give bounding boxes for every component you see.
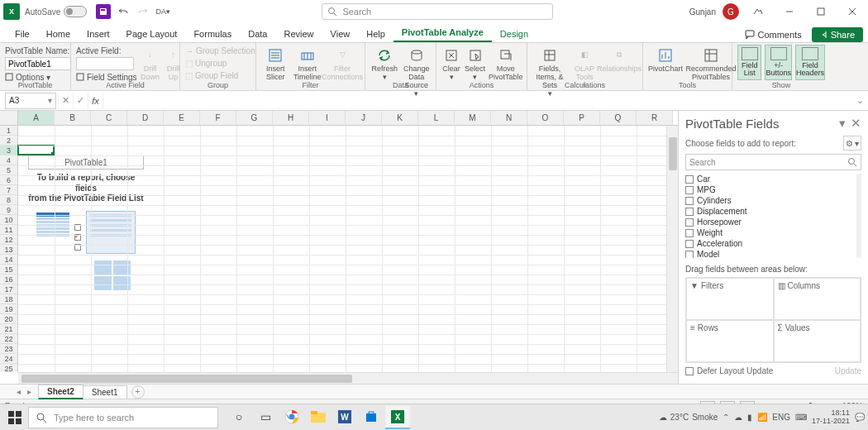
rows-area[interactable]: ≡Rows bbox=[686, 320, 774, 362]
checkbox-icon[interactable] bbox=[685, 240, 694, 248]
tab-data[interactable]: Data bbox=[240, 26, 275, 42]
row-header[interactable]: 19 bbox=[0, 304, 17, 314]
pivotchart-button[interactable]: PivotChart bbox=[648, 45, 683, 74]
checkbox-icon[interactable] bbox=[685, 229, 694, 237]
row-header[interactable]: 6 bbox=[0, 175, 17, 185]
row-header[interactable]: 25 bbox=[0, 364, 17, 372]
row-header[interactable]: 4 bbox=[0, 155, 17, 165]
field-item[interactable]: Car bbox=[685, 174, 856, 184]
field-item[interactable]: Cylinders bbox=[685, 195, 856, 206]
gear-icon[interactable]: ⚙ ▾ bbox=[843, 136, 861, 150]
excel-taskbar-icon[interactable]: X bbox=[385, 406, 410, 429]
close-button[interactable] bbox=[840, 0, 865, 23]
field-item[interactable]: Acceleration bbox=[685, 238, 856, 249]
col-header[interactable]: N bbox=[491, 111, 527, 125]
ime-icon[interactable]: ⌨ bbox=[795, 413, 807, 422]
word-icon[interactable]: W bbox=[332, 406, 357, 429]
field-item[interactable]: Displacement bbox=[685, 206, 856, 217]
expand-formula-bar[interactable]: ⌄ bbox=[851, 95, 868, 106]
share-button[interactable]: Share bbox=[812, 27, 863, 42]
row-header[interactable]: 11 bbox=[0, 225, 17, 235]
col-header[interactable]: E bbox=[164, 111, 200, 125]
tab-help[interactable]: Help bbox=[358, 26, 393, 42]
checkbox-icon[interactable] bbox=[685, 218, 694, 227]
qat-customize[interactable]: DA ▾ bbox=[154, 2, 172, 21]
field-headers-toggle[interactable]: Field Headers bbox=[795, 45, 825, 80]
avatar[interactable]: G bbox=[723, 3, 739, 20]
sheet-tab-active[interactable]: Sheet2 bbox=[38, 385, 83, 399]
fields-search-input[interactable]: Search bbox=[685, 154, 861, 170]
col-header[interactable]: Q bbox=[600, 111, 637, 125]
tab-insert[interactable]: Insert bbox=[79, 26, 118, 42]
field-list-toggle[interactable]: Field List bbox=[737, 45, 761, 80]
row-header[interactable]: 9 bbox=[0, 205, 17, 215]
start-button[interactable] bbox=[3, 406, 26, 429]
undo-button[interactable] bbox=[114, 2, 132, 21]
change-data-source-button[interactable]: Change Data Source ▾ bbox=[403, 45, 432, 98]
search-input[interactable]: Search bbox=[322, 3, 553, 20]
active-field-input[interactable] bbox=[76, 57, 134, 70]
columns-area[interactable]: ▥Columns bbox=[774, 278, 861, 320]
fields-items-sets-button[interactable]: Fields, Items, & Sets ▾ bbox=[532, 45, 567, 98]
field-item[interactable]: Model bbox=[685, 249, 856, 258]
pt-name-input[interactable] bbox=[5, 57, 71, 70]
horizontal-scrollbar[interactable] bbox=[18, 372, 678, 384]
row-header[interactable]: 16 bbox=[0, 275, 17, 284]
row-header[interactable]: 7 bbox=[0, 185, 17, 195]
pane-close-icon[interactable]: ✕ bbox=[851, 116, 861, 131]
save-button[interactable] bbox=[94, 2, 112, 21]
row-header[interactable]: 8 bbox=[0, 195, 17, 205]
sheet-tab[interactable]: Sheet1 bbox=[83, 385, 127, 399]
taskbar-search[interactable]: Type here to search bbox=[28, 407, 218, 428]
col-header[interactable]: C bbox=[91, 111, 127, 125]
row-header[interactable]: 18 bbox=[0, 294, 17, 304]
tab-home[interactable]: Home bbox=[38, 26, 79, 42]
select-all-corner[interactable] bbox=[0, 111, 18, 125]
defer-checkbox[interactable] bbox=[685, 367, 694, 375]
row-header[interactable]: 24 bbox=[0, 354, 17, 364]
row-header[interactable]: 1 bbox=[0, 126, 17, 136]
autosave-toggle[interactable] bbox=[64, 6, 87, 17]
chrome-icon[interactable] bbox=[279, 406, 304, 429]
wifi-icon[interactable]: 📶 bbox=[757, 413, 767, 422]
col-header[interactable]: H bbox=[273, 111, 309, 125]
checkbox-icon[interactable] bbox=[685, 175, 694, 184]
col-header[interactable]: D bbox=[127, 111, 164, 125]
battery-icon[interactable]: ▮ bbox=[747, 413, 752, 422]
insert-timeline-button[interactable]: Insert Timeline bbox=[293, 45, 322, 82]
recommended-pivottables-button[interactable]: Recommended PivotTables bbox=[686, 45, 736, 82]
cortana-icon[interactable]: ○ bbox=[227, 406, 251, 429]
tab-design[interactable]: Design bbox=[492, 26, 537, 42]
row-header[interactable]: 5 bbox=[0, 165, 17, 175]
select-button[interactable]: Select ▾ bbox=[465, 45, 485, 82]
tab-pivottable-analyze[interactable]: PivotTable Analyze bbox=[393, 24, 492, 42]
row-header[interactable]: 20 bbox=[0, 314, 17, 324]
checkbox-icon[interactable] bbox=[685, 186, 694, 194]
clear-button[interactable]: Clear ▾ bbox=[441, 45, 461, 82]
row-header[interactable]: 10 bbox=[0, 215, 17, 225]
col-header[interactable]: F bbox=[200, 111, 236, 125]
filters-area[interactable]: ▼Filters bbox=[686, 278, 774, 320]
sheet-nav-prev[interactable]: ◂ bbox=[17, 387, 21, 396]
weather-widget[interactable]: ☁ 23°C Smoke bbox=[659, 413, 718, 422]
fx-icon[interactable]: fx bbox=[88, 93, 103, 109]
row-header[interactable]: 22 bbox=[0, 334, 17, 344]
row-header[interactable]: 14 bbox=[0, 255, 17, 265]
pane-options-icon[interactable]: ▾ bbox=[839, 116, 846, 131]
tab-view[interactable]: View bbox=[322, 26, 359, 42]
store-icon[interactable] bbox=[359, 406, 384, 429]
clock[interactable]: 18:1117-11-2021 bbox=[812, 409, 850, 426]
minimize-button[interactable] bbox=[777, 0, 802, 23]
tab-page-layout[interactable]: Page Layout bbox=[118, 26, 186, 42]
comments-button[interactable]: Comments bbox=[740, 27, 806, 42]
field-item[interactable]: MPG bbox=[685, 184, 856, 195]
col-header[interactable]: A bbox=[18, 111, 55, 125]
col-header[interactable]: O bbox=[527, 111, 564, 125]
plus-minus-buttons-toggle[interactable]: +/- Buttons bbox=[765, 45, 792, 80]
sheet-nav-next[interactable]: ▸ bbox=[27, 387, 31, 396]
cells-area[interactable]: PivotTable1 To build a report, choose fi… bbox=[18, 126, 666, 372]
col-header[interactable]: M bbox=[455, 111, 491, 125]
row-header[interactable]: 23 bbox=[0, 344, 17, 354]
values-area[interactable]: ΣValues bbox=[774, 320, 861, 362]
task-view-icon[interactable]: ▭ bbox=[253, 406, 278, 429]
